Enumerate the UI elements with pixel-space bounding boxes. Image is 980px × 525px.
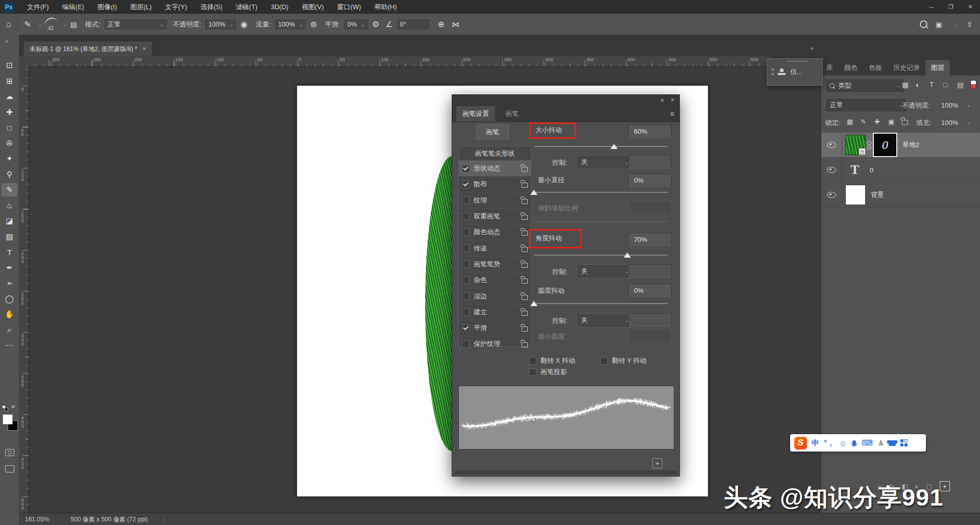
menu-item[interactable]: 文件(F): [20, 0, 56, 14]
workspace-icon[interactable]: ▣: [936, 20, 942, 29]
size-jitter-slider[interactable]: [534, 146, 668, 147]
tab-brushes[interactable]: 画笔: [499, 106, 525, 121]
screen-mode-icon[interactable]: [5, 465, 14, 472]
layer-row[interactable]: ◳0草地2: [821, 133, 980, 158]
min-diameter-slider[interactable]: [534, 192, 668, 193]
ime-person-icon[interactable]: ♟: [877, 438, 884, 447]
layer-row[interactable]: T0: [821, 158, 980, 183]
more-tools[interactable]: ⋯: [2, 339, 17, 352]
layer-thumbnail[interactable]: [845, 185, 866, 205]
zoom-level-field[interactable]: 161.05%: [25, 516, 49, 523]
layer-blend-mode-dropdown[interactable]: 正常 ⌄: [825, 98, 907, 112]
airbrush-icon[interactable]: ⊚: [310, 19, 316, 29]
brush-tool[interactable]: ✎: [2, 183, 17, 196]
sogou-logo[interactable]: S: [794, 437, 807, 449]
visibility-cell[interactable]: [821, 158, 842, 182]
lock-transparent-icon[interactable]: ▦: [847, 118, 853, 126]
close-button[interactable]: ✕: [961, 0, 980, 14]
toggle-brush-panel-icon[interactable]: ▤: [70, 20, 77, 29]
zoom-tool[interactable]: ⌕: [2, 323, 17, 337]
dock-tab-历史记录[interactable]: 历史记录: [888, 60, 925, 76]
frame-tool[interactable]: ⊞: [2, 74, 17, 88]
lasso-tool[interactable]: ✇: [2, 137, 17, 150]
filter-adjustment-icon[interactable]: ◐: [916, 81, 920, 89]
eye-icon[interactable]: [827, 192, 836, 198]
minimize-button[interactable]: ─: [922, 0, 941, 14]
dock-tab-库[interactable]: 库: [821, 60, 839, 76]
spot-healing-tool[interactable]: ☁: [2, 90, 17, 103]
hand-tool[interactable]: ✋: [2, 308, 17, 321]
collapse-panel-icon[interactable]: «: [660, 96, 664, 104]
new-brush-button[interactable]: +: [652, 458, 663, 468]
lock-artboard-icon[interactable]: ▣: [888, 118, 894, 126]
panel-menu-icon[interactable]: ≡: [670, 110, 674, 118]
default-colors-icon[interactable]: [3, 406, 8, 411]
option-checkbox[interactable]: [462, 165, 470, 172]
dock-expand-icon[interactable]: »: [811, 45, 814, 51]
brush-option-row[interactable]: 画笔笔势: [459, 257, 531, 272]
option-checkbox[interactable]: [462, 260, 470, 268]
magic-wand-tool[interactable]: ✦: [2, 152, 17, 165]
menu-item[interactable]: 编辑(E): [56, 0, 91, 14]
roundness-control-dropdown[interactable]: 关 ⌄: [576, 313, 633, 328]
blend-mode-dropdown[interactable]: 正常 ⌄: [104, 18, 168, 31]
path-selection-tool[interactable]: ➢: [2, 277, 17, 290]
slider-thumb[interactable]: [624, 253, 631, 258]
layer-thumbnail[interactable]: ◳: [845, 135, 866, 155]
menu-item[interactable]: 图像(I): [91, 0, 124, 14]
size-jitter-field[interactable]: 60%: [628, 124, 672, 138]
document-tab[interactable]: 未标题-1 @ 161% (草地2, 图层蒙版/8) * ×: [23, 41, 153, 57]
layer-opacity-field[interactable]: 100% ⌄: [938, 98, 974, 112]
visibility-cell[interactable]: [821, 183, 842, 207]
dock-tab-色板[interactable]: 色板: [863, 60, 888, 76]
quick-mask-icon[interactable]: [5, 449, 14, 456]
slider-thumb[interactable]: [530, 190, 537, 195]
panel-title-bar[interactable]: « ×: [452, 95, 679, 106]
menu-item[interactable]: 图层(L): [124, 0, 158, 14]
menu-item[interactable]: 滤镜(T): [229, 0, 264, 14]
mask-link-icon[interactable]: [867, 141, 871, 149]
size-control-dropdown[interactable]: 关 ⌄: [576, 155, 633, 169]
size-control-field[interactable]: [628, 155, 672, 168]
slider-thumb[interactable]: [530, 301, 537, 306]
dock-tab-图层[interactable]: 图层: [925, 60, 950, 76]
ime-mic-icon[interactable]: [852, 440, 856, 446]
menu-item[interactable]: 视图(V): [295, 0, 330, 14]
share-icon[interactable]: ⇧: [966, 20, 973, 29]
roundness-jitter-field[interactable]: 0%: [628, 284, 672, 297]
symmetry-icon[interactable]: ⋈: [452, 20, 459, 29]
type-tool[interactable]: T: [2, 245, 17, 259]
dock-tab-颜色[interactable]: 颜色: [839, 60, 863, 76]
menu-item[interactable]: 帮助(H): [368, 0, 403, 14]
text-layer-icon[interactable]: T: [845, 160, 865, 180]
brush-option-row[interactable]: 双重画笔: [459, 209, 531, 224]
filter-pixel-icon[interactable]: ▦: [902, 81, 909, 89]
angle-jitter-field[interactable]: 70%: [628, 233, 672, 246]
swap-colors-icon[interactable]: ⇄: [11, 404, 15, 409]
ime-keyboard-icon[interactable]: ⌨: [862, 438, 873, 447]
option-checkbox[interactable]: [462, 196, 470, 204]
option-checkbox[interactable]: [462, 213, 470, 220]
pen-tool[interactable]: ✒: [2, 261, 17, 274]
brush-preset-picker[interactable]: 42: [44, 18, 57, 31]
flip-x-checkbox[interactable]: [529, 357, 536, 365]
ime-emoji-icon[interactable]: ☺: [839, 439, 847, 447]
chevron-down-icon[interactable]: ⌄: [63, 22, 67, 27]
eye-icon[interactable]: [827, 142, 836, 148]
brush-projection-checkbox[interactable]: [529, 368, 536, 376]
brush-angle-field[interactable]: 0°: [396, 18, 431, 31]
marquee-tool[interactable]: □: [2, 121, 17, 134]
panel-resize-strip[interactable]: [454, 470, 677, 474]
pressure-size-icon[interactable]: ⊕: [438, 19, 445, 29]
layer-mask-thumbnail[interactable]: 0: [873, 133, 897, 157]
layer-fill-field[interactable]: 100% ⌄: [938, 115, 974, 130]
roundness-jitter-slider[interactable]: [534, 303, 668, 304]
eyedropper-tool[interactable]: ⚲: [2, 168, 17, 181]
option-checkbox[interactable]: [462, 229, 470, 236]
layer-row[interactable]: 背景: [821, 183, 980, 208]
brushes-button[interactable]: 画笔: [476, 124, 509, 139]
ime-punctuation-indicator[interactable]: °，: [824, 438, 835, 448]
brush-option-row[interactable]: 形状动态: [459, 161, 531, 177]
gradient-tool[interactable]: ▨: [2, 230, 17, 243]
filter-smart-icon[interactable]: ▤: [957, 81, 964, 89]
